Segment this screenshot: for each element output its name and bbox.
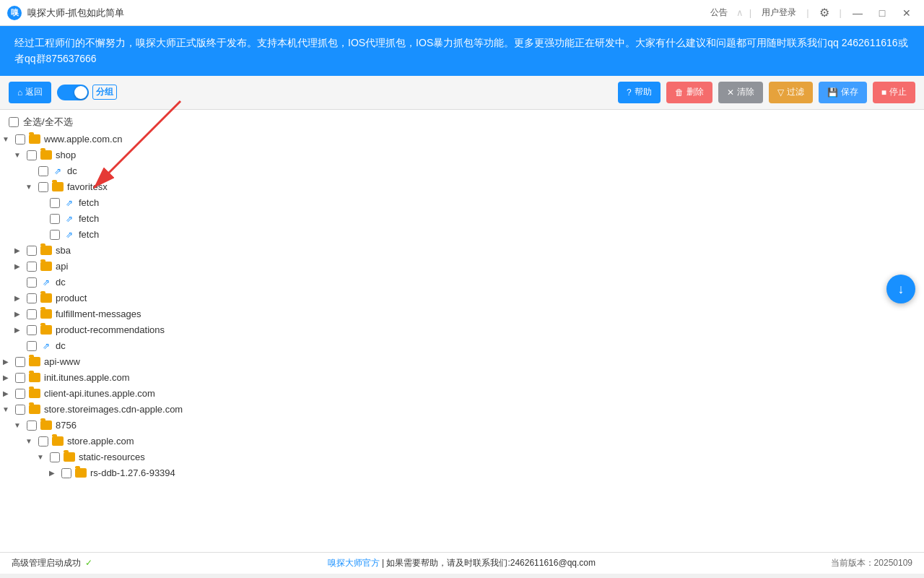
tree-item[interactable]: ▼favoritesx bbox=[0, 179, 924, 195]
login-button[interactable]: 用户登录 bbox=[757, 5, 801, 20]
tree-item[interactable]: ▼store.apple.com bbox=[0, 434, 924, 449]
tree-toggle-icon[interactable]: ▼ bbox=[23, 436, 35, 447]
folder-icon bbox=[29, 357, 40, 366]
clear-button[interactable]: ✕ 清除 bbox=[718, 82, 763, 103]
close-button[interactable]: ✕ bbox=[897, 3, 917, 23]
tree-item[interactable]: ⇗fetch bbox=[0, 227, 924, 243]
tree-item[interactable]: ⇗fetch bbox=[0, 195, 924, 211]
tree-toggle-icon[interactable]: ▶ bbox=[0, 372, 12, 384]
select-all-label: 全选/全不选 bbox=[23, 116, 73, 129]
tree-toggle-icon[interactable]: ▶ bbox=[0, 356, 12, 368]
tree-item-checkbox[interactable] bbox=[38, 436, 48, 447]
tree-item-checkbox[interactable] bbox=[50, 230, 60, 240]
back-button[interactable]: ⌂ 返回 bbox=[9, 82, 51, 103]
group-toggle[interactable] bbox=[57, 85, 89, 100]
tree-item[interactable]: ▼store.storeimages.cdn-apple.com bbox=[0, 402, 924, 418]
toolbar: ⌂ 返回 分组 ? 帮助 🗑 删除 ✕ 清除 ▽ 过滤 💾 保存 ■ 停止 bbox=[0, 76, 924, 110]
tree-item[interactable]: ▶fulfillment-messages bbox=[0, 306, 924, 322]
stop-button[interactable]: ■ 停止 bbox=[873, 82, 915, 103]
tree-item-checkbox[interactable] bbox=[27, 150, 37, 160]
tree-item-checkbox[interactable] bbox=[15, 357, 25, 367]
tree-toggle-icon[interactable]: ▶ bbox=[12, 261, 23, 272]
tree-item[interactable]: ▶api bbox=[0, 259, 924, 275]
save-button[interactable]: 💾 保存 bbox=[819, 82, 867, 103]
tree-toggle-icon[interactable]: ▼ bbox=[23, 181, 35, 193]
group-label[interactable]: 分组 bbox=[92, 85, 117, 100]
folder-icon bbox=[64, 452, 75, 462]
delete-button[interactable]: 🗑 删除 bbox=[666, 82, 712, 103]
folder-icon bbox=[52, 182, 64, 191]
filter-button[interactable]: ▽ 过滤 bbox=[769, 82, 813, 103]
tree-item-checkbox[interactable] bbox=[27, 325, 37, 335]
tree-item-checkbox[interactable] bbox=[27, 246, 37, 256]
tree-item[interactable]: ▶rs-ddb-1.27.6-93394 bbox=[0, 465, 924, 481]
tree-item[interactable]: ▼www.apple.com.cn bbox=[0, 131, 924, 147]
tree-toggle-icon[interactable]: ▼ bbox=[12, 150, 23, 161]
tree-item-checkbox[interactable] bbox=[27, 262, 37, 272]
folder-icon bbox=[40, 420, 52, 430]
tree-item-checkbox[interactable] bbox=[61, 468, 71, 478]
help-button[interactable]: ? 帮助 bbox=[618, 82, 661, 103]
tree-item[interactable]: ▶product bbox=[0, 290, 924, 306]
tree-toggle-placeholder bbox=[23, 165, 35, 177]
tree-toggle-icon[interactable]: ▶ bbox=[12, 293, 23, 304]
tree-item[interactable]: ▼static-resources bbox=[0, 449, 924, 465]
tree-item[interactable]: ▶product-recommendations bbox=[0, 322, 924, 338]
tree-toggle-icon[interactable]: ▼ bbox=[0, 134, 12, 145]
tree-item-checkbox[interactable] bbox=[27, 277, 37, 288]
tree-toggle-icon[interactable]: ▶ bbox=[46, 467, 58, 479]
tree-item[interactable]: ▼shop bbox=[0, 147, 924, 163]
tree-item-label: fulfillment-messages bbox=[56, 309, 141, 319]
tree-item-label: fetch bbox=[79, 197, 99, 208]
tree-item-label: fetch bbox=[79, 229, 99, 240]
tree-item-checkbox[interactable] bbox=[15, 373, 25, 383]
tree-item[interactable]: ▶sba bbox=[0, 243, 924, 259]
app-icon: 嗅 bbox=[7, 6, 22, 20]
tree-item[interactable]: ▶init.itunes.apple.com bbox=[0, 370, 924, 386]
tree-toggle-icon[interactable]: ▶ bbox=[12, 309, 23, 320]
minimize-button[interactable]: — bbox=[847, 3, 868, 23]
tree-item-checkbox[interactable] bbox=[27, 341, 37, 351]
website-link[interactable]: 嗅探大师官方 bbox=[328, 558, 380, 568]
tree-toggle-icon[interactable]: ▼ bbox=[12, 420, 23, 431]
back-icon: ⌂ bbox=[17, 87, 22, 98]
tree-toggle-icon[interactable]: ▶ bbox=[0, 388, 12, 400]
tree-item[interactable]: ⇗dc bbox=[0, 163, 924, 179]
tree-item[interactable]: ⇗fetch bbox=[0, 211, 924, 227]
tree-toggle-placeholder bbox=[12, 277, 23, 288]
statusbar: 高级管理启动成功 ✓ 嗅探大师官方 | 如果需要帮助，请及时联系我们:24626… bbox=[0, 552, 924, 574]
tree-item-checkbox[interactable] bbox=[50, 198, 60, 208]
tree-toggle-icon[interactable]: ▼ bbox=[35, 452, 46, 463]
tree-item-checkbox[interactable] bbox=[15, 134, 25, 144]
tree-item-checkbox[interactable] bbox=[27, 293, 37, 303]
maximize-button[interactable]: □ bbox=[872, 3, 892, 23]
tree-item-checkbox[interactable] bbox=[27, 420, 37, 431]
tree-item-checkbox[interactable] bbox=[15, 389, 25, 399]
tree-item-label: shop bbox=[56, 150, 76, 160]
status-left: 高级管理启动成功 ✓ bbox=[12, 557, 92, 569]
link-icon: ⇗ bbox=[40, 277, 52, 288]
tree-toggle-icon[interactable]: ▼ bbox=[0, 404, 12, 415]
tree-item-checkbox[interactable] bbox=[27, 309, 37, 319]
tree-item[interactable]: ▼8756 bbox=[0, 418, 924, 434]
help-contact-text: 如果需要帮助，请及时联系我们:2462611616@qq.com bbox=[386, 558, 596, 568]
tree-toggle-icon[interactable]: ▶ bbox=[12, 245, 23, 256]
select-all-checkbox[interactable] bbox=[9, 117, 19, 127]
tree-item-checkbox[interactable] bbox=[50, 452, 60, 462]
tree-item-checkbox[interactable] bbox=[38, 166, 48, 176]
settings-icon[interactable]: ⚙ bbox=[815, 4, 834, 21]
tree-item-checkbox[interactable] bbox=[38, 182, 48, 192]
tree-toggle-icon[interactable]: ▶ bbox=[12, 324, 23, 336]
tree-item[interactable]: ▶client-api.itunes.apple.com bbox=[0, 386, 924, 402]
download-fab[interactable]: ↓ bbox=[886, 275, 915, 303]
tree-item-checkbox[interactable] bbox=[50, 214, 60, 224]
tree-toggle-placeholder bbox=[35, 229, 46, 241]
tree-item[interactable]: ⇗dc bbox=[0, 275, 924, 290]
select-all-row[interactable]: 全选/全不选 bbox=[0, 113, 924, 131]
tree-item-checkbox[interactable] bbox=[15, 405, 25, 415]
tree-item[interactable]: ⇗dc bbox=[0, 338, 924, 354]
notice-button[interactable]: 公告 bbox=[706, 5, 732, 20]
tree-item[interactable]: ▶api-www bbox=[0, 354, 924, 370]
folder-icon bbox=[40, 150, 52, 160]
status-check-icon: ✓ bbox=[85, 558, 92, 568]
